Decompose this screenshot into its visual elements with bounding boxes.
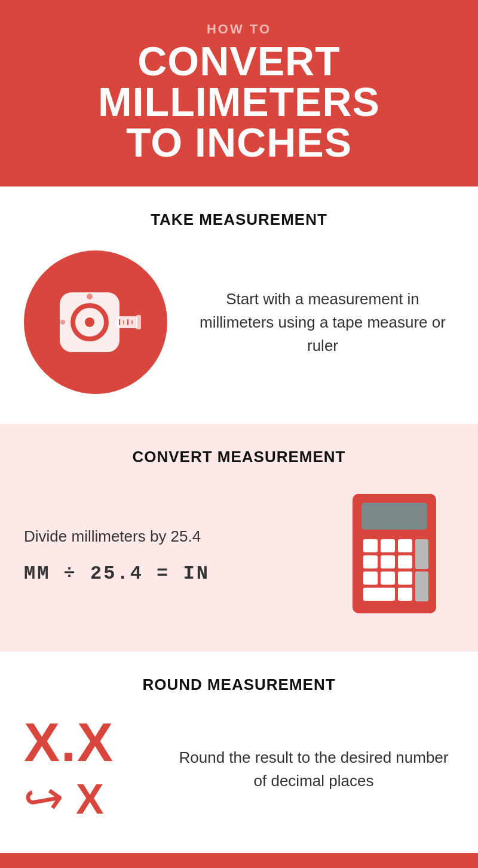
svg-rect-23 xyxy=(398,571,412,585)
svg-rect-25 xyxy=(363,588,395,601)
convert-left: Divide millimeters by 25.4 MM ÷ 25.4 = I… xyxy=(24,525,323,585)
footer-section: INCH CALCULATOR xyxy=(0,853,478,868)
header-how-to: HOW TO xyxy=(24,22,454,37)
section-take: TAKE MEASUREMENT xyxy=(0,187,478,424)
svg-point-10 xyxy=(60,320,65,325)
svg-rect-15 xyxy=(381,539,395,552)
svg-rect-24 xyxy=(415,571,428,601)
take-content: Start with a measurement in millimeters … xyxy=(24,250,454,394)
take-description: Start with a measurement in millimeters … xyxy=(191,288,454,357)
divide-text: Divide millimeters by 25.4 xyxy=(24,525,323,548)
svg-rect-21 xyxy=(363,571,378,585)
arrow-x-row: ↩ X xyxy=(24,775,155,823)
take-measurement-heading: TAKE MEASUREMENT xyxy=(24,210,454,229)
svg-rect-16 xyxy=(398,539,412,552)
arrow-icon: ↩ xyxy=(20,772,68,826)
section-convert: CONVERT MEASUREMENT Divide millimeters b… xyxy=(0,424,478,652)
svg-rect-12 xyxy=(361,503,427,530)
xx-label: X.X xyxy=(24,716,155,769)
section-round: ROUND MEASUREMENT X.X ↩ X Round the resu… xyxy=(0,652,478,853)
round-left: X.X ↩ X xyxy=(24,716,155,823)
svg-rect-17 xyxy=(415,539,428,569)
svg-point-9 xyxy=(87,294,93,299)
header-title: CONVERT MILLIMETERS TO INCHES xyxy=(24,41,454,163)
formula-text: MM ÷ 25.4 = IN xyxy=(24,563,323,585)
svg-rect-19 xyxy=(381,555,395,569)
x-label: X xyxy=(76,775,104,823)
svg-rect-20 xyxy=(398,555,412,569)
round-description: Round the result to the desired number o… xyxy=(173,746,454,793)
header-title-line2: TO INCHES xyxy=(126,120,352,165)
tape-measure-icon-circle xyxy=(24,250,167,394)
calculator-svg xyxy=(335,488,454,619)
tape-measure-svg xyxy=(45,271,146,373)
svg-rect-18 xyxy=(363,555,378,569)
calculator-icon xyxy=(335,488,454,622)
svg-point-2 xyxy=(85,317,94,327)
header-title-line1: CONVERT MILLIMETERS xyxy=(98,38,380,124)
svg-rect-8 xyxy=(136,315,141,329)
round-content: X.X ↩ X Round the result to the desired … xyxy=(24,716,454,823)
svg-rect-22 xyxy=(381,571,395,585)
convert-measurement-heading: CONVERT MEASUREMENT xyxy=(24,448,454,466)
header-section: HOW TO CONVERT MILLIMETERS TO INCHES xyxy=(0,0,478,187)
svg-rect-14 xyxy=(363,539,378,552)
round-measurement-heading: ROUND MEASUREMENT xyxy=(24,676,454,694)
svg-rect-26 xyxy=(398,588,412,601)
convert-content: Divide millimeters by 25.4 MM ÷ 25.4 = I… xyxy=(24,488,454,622)
